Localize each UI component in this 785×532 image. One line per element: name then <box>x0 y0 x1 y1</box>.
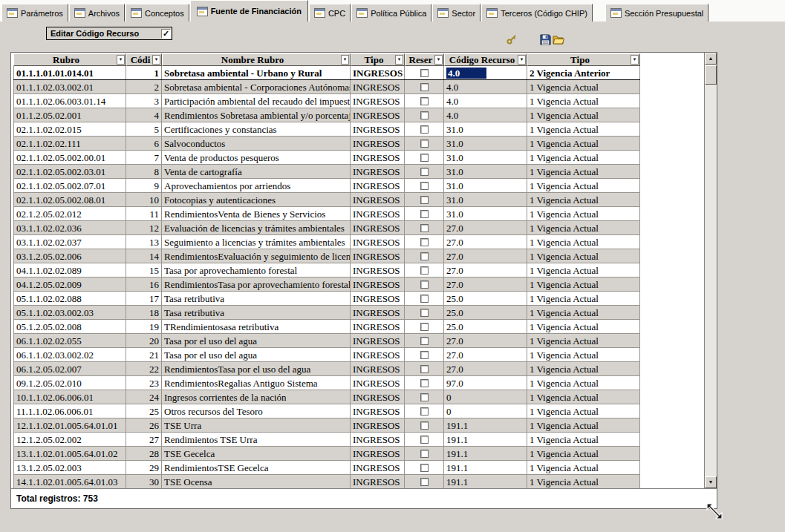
filter-dropdown-icon[interactable]: ▼ <box>434 55 443 65</box>
cell-reser[interactable] <box>405 221 444 234</box>
table-row[interactable]: 01.1.1.01.01.014.011Sobretasa ambiental … <box>13 66 640 80</box>
cell-num[interactable]: 23 <box>126 376 162 390</box>
cell-nombre[interactable]: Certificaciones y constancias <box>162 122 351 136</box>
cell-rubro[interactable]: 06.1.2.05.02.007 <box>13 362 126 375</box>
reser-checkbox[interactable] <box>420 252 429 260</box>
cell-vigencia[interactable]: 1 Vigencia Actual <box>527 475 640 488</box>
cell-rubro[interactable]: 04.1.1.02.02.089 <box>13 263 126 277</box>
cell-reser[interactable] <box>405 306 444 319</box>
cell-reser[interactable] <box>405 348 444 361</box>
reser-checkbox[interactable] <box>420 238 429 246</box>
cell-codigo[interactable]: 0 <box>444 404 527 418</box>
cell-nombre[interactable]: RendimientosTasa por el uso del agua <box>162 362 351 375</box>
cell-reser[interactable] <box>405 278 444 291</box>
cell-rubro[interactable]: 06.1.1.02.03.002.02 <box>13 348 126 361</box>
cell-rubro[interactable]: 02.1.1.02.02.015 <box>13 122 126 136</box>
cell-vigencia[interactable]: 1 Vigencia Actual <box>527 348 640 361</box>
reser-checkbox[interactable] <box>420 97 429 105</box>
cell-nombre[interactable]: Participación ambiental del recaudo del … <box>162 94 351 108</box>
cell-reser[interactable] <box>405 461 444 474</box>
cell-nombre[interactable]: Tasa retributiva <box>162 292 351 305</box>
cell-tipo[interactable]: INGRESOS <box>351 418 405 432</box>
cell-rubro[interactable]: 05.1.1.02.02.088 <box>13 292 126 305</box>
cell-reser[interactable] <box>405 122 444 136</box>
column-header-5[interactable]: Código Recurso▼ <box>444 53 527 66</box>
cell-rubro[interactable]: 05.1.2.05.02.008 <box>13 320 126 333</box>
cell-codigo[interactable]: 191.1 <box>444 461 527 474</box>
cell-tipo[interactable]: INGRESOS <box>351 278 405 291</box>
cell-vigencia[interactable]: 1 Vigencia Actual <box>527 207 640 220</box>
tab-5[interactable]: Política Pública <box>351 4 431 22</box>
cell-rubro[interactable]: 03.1.2.05.02.006 <box>13 249 126 263</box>
cell-num[interactable]: 3 <box>126 94 162 108</box>
cell-tipo[interactable]: INGRESOS <box>351 235 405 249</box>
cell-tipo[interactable]: INGRESOS <box>351 475 405 488</box>
cell-codigo[interactable]: 31.0 <box>444 193 527 206</box>
column-header-0[interactable]: Rubro▼ <box>13 53 126 66</box>
tab-0[interactable]: Parámetros <box>1 4 68 22</box>
cell-tipo[interactable]: INGRESOS <box>351 334 405 347</box>
table-row[interactable]: 01.1.1.02.06.003.01.143Participación amb… <box>13 94 640 108</box>
cell-rubro[interactable]: 09.1.2.05.02.010 <box>13 376 126 390</box>
cell-codigo[interactable]: 31.0 <box>444 165 527 178</box>
scrollbar-thumb[interactable] <box>705 65 717 85</box>
cell-num[interactable]: 18 <box>126 306 162 319</box>
cell-tipo[interactable]: INGRESOS <box>351 179 405 192</box>
cell-tipo[interactable]: INGRESOS <box>351 108 405 122</box>
cell-num[interactable]: 4 <box>126 108 162 122</box>
cell-reser[interactable] <box>405 151 444 164</box>
cell-nombre[interactable]: Sobretasa ambiental - Corporaciones Autó… <box>162 80 351 93</box>
table-row[interactable]: 02.1.1.02.05.002.03.018Venta de cartogra… <box>13 165 640 179</box>
cell-num[interactable]: 17 <box>126 292 162 305</box>
cell-num[interactable]: 7 <box>126 151 162 164</box>
cell-codigo[interactable]: 4.0 <box>444 94 527 108</box>
edit-codigo-recurso-checkbox[interactable]: ✓ <box>161 29 171 39</box>
cell-num[interactable]: 24 <box>126 390 162 404</box>
cell-nombre[interactable]: Venta de productos pesqueros <box>162 151 351 164</box>
cell-num[interactable]: 16 <box>126 278 162 291</box>
cell-reser[interactable] <box>405 447 444 460</box>
cell-vigencia[interactable]: 1 Vigencia Actual <box>527 433 640 446</box>
cell-rubro[interactable]: 13.1.1.02.01.005.64.01.02 <box>13 447 126 460</box>
cell-num[interactable]: 28 <box>126 447 162 460</box>
cell-reser[interactable] <box>405 433 444 446</box>
cell-rubro[interactable]: 03.1.1.02.02.037 <box>13 235 126 249</box>
cell-nombre[interactable]: Tasa por el uso del agua <box>162 348 351 361</box>
cell-tipo[interactable]: INGRESOS <box>351 320 405 333</box>
cell-rubro[interactable]: 05.1.1.02.03.002.03 <box>13 306 126 319</box>
cell-vigencia[interactable]: 1 Vigencia Actual <box>527 122 640 136</box>
reser-checkbox[interactable] <box>420 210 429 218</box>
reser-checkbox[interactable] <box>420 407 429 416</box>
cell-codigo[interactable]: 27.0 <box>444 334 527 347</box>
cell-tipo[interactable]: INGRESOS <box>351 193 405 206</box>
scroll-down-button[interactable]: ▼ <box>705 476 717 488</box>
cell-reser[interactable] <box>405 193 444 206</box>
filter-dropdown-icon[interactable]: ▼ <box>117 55 125 65</box>
cell-tipo[interactable]: INGRESOS <box>351 66 405 79</box>
reser-checkbox[interactable] <box>420 69 429 77</box>
cell-reser[interactable] <box>405 263 444 277</box>
reser-checkbox[interactable] <box>420 323 429 331</box>
vertical-scrollbar[interactable]: ▲ ▼ <box>704 53 717 488</box>
scroll-up-button[interactable]: ▲ <box>705 53 717 65</box>
cell-vigencia[interactable]: 1 Vigencia Actual <box>527 418 640 432</box>
cell-rubro[interactable]: 04.1.2.05.02.009 <box>13 278 126 291</box>
cell-vigencia[interactable]: 1 Vigencia Actual <box>527 193 640 206</box>
cell-nombre[interactable]: Tasa por el uso del agua <box>162 334 351 347</box>
table-row[interactable]: 10.1.1.02.06.006.0124Ingresos corrientes… <box>13 390 640 404</box>
cell-rubro[interactable]: 10.1.1.02.06.006.01 <box>13 390 126 404</box>
cell-tipo[interactable]: INGRESOS <box>351 306 405 319</box>
table-row[interactable]: 05.1.1.02.03.002.0318Tasa retributivaING… <box>13 306 640 320</box>
cell-rubro[interactable]: 01.1.1.02.06.003.01.14 <box>13 94 126 108</box>
filter-dropdown-icon[interactable]: ▼ <box>631 55 639 65</box>
reser-checkbox[interactable] <box>420 83 429 91</box>
reser-checkbox[interactable] <box>420 351 429 359</box>
cell-vigencia[interactable]: 1 Vigencia Actual <box>527 249 640 263</box>
cell-codigo[interactable]: 27.0 <box>444 221 527 234</box>
cell-tipo[interactable]: INGRESOS <box>351 433 405 446</box>
cell-vigencia[interactable]: 1 Vigencia Actual <box>527 137 640 150</box>
reser-checkbox[interactable] <box>420 436 429 444</box>
cell-vigencia[interactable]: 1 Vigencia Actual <box>527 165 640 178</box>
cell-vigencia[interactable]: 1 Vigencia Actual <box>527 80 640 93</box>
column-header-3[interactable]: Tipo▼ <box>351 53 405 66</box>
